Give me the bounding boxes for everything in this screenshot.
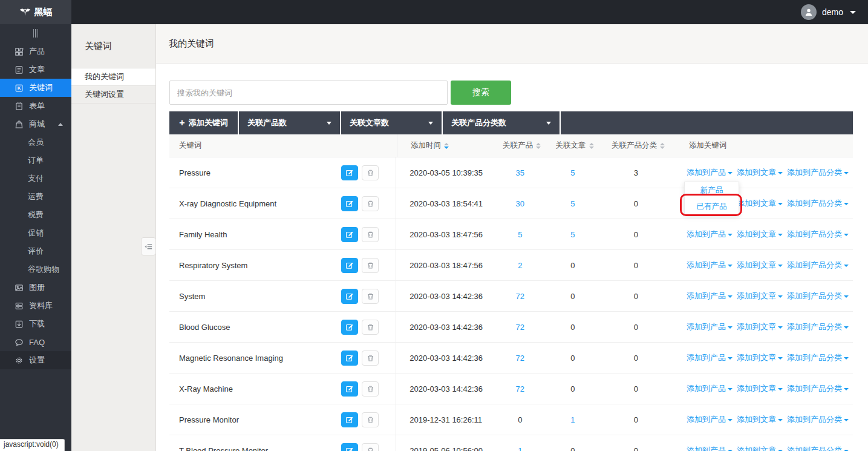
delete-button[interactable] bbox=[362, 412, 379, 427]
column-header-products[interactable]: 关联产品 bbox=[496, 140, 547, 151]
action-link[interactable]: 添加到产品分类 bbox=[787, 415, 849, 424]
edit-button[interactable] bbox=[341, 196, 358, 211]
action-link[interactable]: 添加到产品分类 bbox=[787, 322, 849, 331]
delete-button[interactable] bbox=[362, 165, 379, 180]
edit-button[interactable] bbox=[341, 258, 358, 273]
action-link[interactable]: 添加到产品 bbox=[687, 322, 733, 331]
column-header-time[interactable]: 添加时间 bbox=[397, 140, 496, 151]
cell-c-n1[interactable]: 72 bbox=[495, 323, 546, 332]
sidebar-subitem[interactable]: 评价 bbox=[0, 242, 71, 260]
delete-button[interactable] bbox=[362, 381, 379, 397]
edit-button[interactable] bbox=[341, 443, 358, 451]
filter-article-count[interactable]: 关联文章数 bbox=[341, 111, 442, 134]
delete-button[interactable] bbox=[362, 227, 379, 242]
action-link[interactable]: 添加到产品 bbox=[687, 260, 733, 269]
cell-c-n1[interactable]: 30 bbox=[495, 199, 546, 208]
sidebar-item-keyword[interactable]: K关键词 bbox=[0, 79, 71, 97]
edit-button[interactable] bbox=[341, 320, 358, 335]
subnav-item[interactable]: 我的关键词 bbox=[71, 68, 155, 86]
action-link[interactable]: 添加到产品 bbox=[687, 291, 733, 300]
search-button[interactable]: 搜索 bbox=[451, 81, 511, 105]
sidebar-item-faq[interactable]: FAQ bbox=[0, 333, 71, 351]
sidebar-item-gallery[interactable]: 图册 bbox=[0, 278, 71, 297]
action-link[interactable]: 添加到文章 bbox=[737, 384, 783, 393]
sidebar-item-grid[interactable]: 产品 bbox=[0, 42, 71, 61]
delete-button[interactable] bbox=[362, 258, 379, 273]
column-header-categories[interactable]: 关联产品分类 bbox=[602, 140, 674, 151]
action-link[interactable]: 添加到文章 bbox=[737, 199, 783, 208]
edit-button[interactable] bbox=[341, 412, 358, 427]
cell-c-n1[interactable]: 72 bbox=[495, 384, 546, 393]
cell-c-n2[interactable]: 5 bbox=[546, 199, 600, 208]
dropdown-item-new-product[interactable]: 新产品 bbox=[685, 182, 739, 199]
sidebar-subitem[interactable]: 促销 bbox=[0, 224, 71, 242]
action-link[interactable]: 添加到产品分类 bbox=[787, 229, 849, 239]
mall-icon bbox=[14, 119, 24, 129]
edit-button[interactable] bbox=[341, 227, 358, 242]
sidebar-subitem[interactable]: 运费 bbox=[0, 188, 71, 206]
sidebar-subitem[interactable]: 会员 bbox=[0, 133, 71, 151]
cell-c-n1[interactable]: 72 bbox=[495, 354, 546, 363]
dropdown-item-existing-product[interactable]: 已有产品 bbox=[685, 199, 739, 215]
delete-button[interactable] bbox=[362, 289, 379, 304]
action-link[interactable]: 添加到产品 bbox=[687, 415, 733, 424]
sidebar-subitem[interactable]: 支付 bbox=[0, 170, 71, 188]
action-link[interactable]: 添加到产品分类 bbox=[787, 168, 849, 177]
sidebar-item-mall[interactable]: 商城 bbox=[0, 115, 71, 133]
action-link[interactable]: 添加到产品分类 bbox=[787, 199, 849, 208]
delete-button[interactable] bbox=[362, 320, 379, 335]
action-link[interactable]: 添加到产品分类 bbox=[787, 260, 849, 269]
edit-button[interactable] bbox=[341, 289, 358, 304]
cell-c-n1[interactable]: 1 bbox=[495, 446, 546, 451]
action-link[interactable]: 添加到产品分类 bbox=[787, 384, 849, 393]
column-header-articles[interactable]: 关联文章 bbox=[547, 140, 602, 151]
edit-button[interactable] bbox=[341, 351, 358, 366]
action-link[interactable]: 添加到产品分类 bbox=[787, 353, 849, 362]
delete-button[interactable] bbox=[362, 351, 379, 366]
sidebar-subitem[interactable]: 订单 bbox=[0, 151, 71, 170]
delete-button[interactable] bbox=[362, 443, 379, 451]
cell-c-n2[interactable]: 5 bbox=[546, 230, 600, 239]
cell-c-n1[interactable]: 2 bbox=[495, 261, 546, 270]
action-link[interactable]: 添加到文章 bbox=[737, 322, 783, 331]
cell-c-n1[interactable]: 5 bbox=[495, 230, 546, 239]
panel-collapse-button[interactable] bbox=[141, 237, 156, 255]
cell-c-n1[interactable]: 72 bbox=[495, 292, 546, 301]
action-link[interactable]: 添加到产品 bbox=[687, 229, 733, 239]
action-link[interactable]: 添加到产品 bbox=[687, 168, 733, 177]
cell-c-n1[interactable]: 35 bbox=[495, 168, 546, 177]
sidebar-subitem[interactable]: 税费 bbox=[0, 206, 71, 224]
action-link[interactable]: 添加到文章 bbox=[737, 446, 783, 451]
filter-category-count[interactable]: 关联产品分类数 bbox=[443, 111, 560, 134]
edit-button[interactable] bbox=[341, 381, 358, 397]
cell-c-n2[interactable]: 1 bbox=[546, 415, 600, 424]
add-keyword-button[interactable]: + 添加关键词 bbox=[169, 111, 238, 134]
action-link[interactable]: 添加到产品分类 bbox=[787, 446, 849, 451]
sidebar-item-download[interactable]: 下载 bbox=[0, 315, 71, 333]
filter-product-count[interactable]: 关联产品数 bbox=[239, 111, 340, 134]
action-link[interactable]: 添加到产品 bbox=[687, 446, 733, 451]
chevron-down-icon bbox=[428, 122, 433, 125]
action-link[interactable]: 添加到文章 bbox=[737, 291, 783, 300]
user-menu[interactable]: demo bbox=[801, 4, 868, 20]
search-input[interactable] bbox=[169, 81, 448, 105]
sidebar-item-article[interactable]: 文章 bbox=[0, 61, 71, 79]
action-link[interactable]: 添加到文章 bbox=[737, 260, 783, 269]
action-link[interactable]: 添加到文章 bbox=[737, 353, 783, 362]
action-link[interactable]: 添加到文章 bbox=[737, 168, 783, 177]
edit-button[interactable] bbox=[341, 165, 358, 180]
cell-c-n2[interactable]: 5 bbox=[546, 168, 600, 177]
action-link[interactable]: 添加到产品 bbox=[687, 353, 733, 362]
chevron-down-icon bbox=[844, 326, 849, 329]
sidebar-item-form[interactable]: 表单 bbox=[0, 97, 71, 115]
action-link[interactable]: 添加到产品分类 bbox=[787, 291, 849, 300]
action-link[interactable]: 添加到文章 bbox=[737, 229, 783, 239]
delete-button[interactable] bbox=[362, 196, 379, 211]
action-link[interactable]: 添加到产品 bbox=[687, 384, 733, 393]
sidebar-item-library[interactable]: 资料库 bbox=[0, 297, 71, 315]
sidebar-subitem[interactable]: 谷歌购物 bbox=[0, 260, 71, 278]
action-link[interactable]: 添加到文章 bbox=[737, 415, 783, 424]
sidebar-item-settings[interactable]: 设置 bbox=[0, 351, 71, 369]
sidebar-collapse-toggle[interactable] bbox=[0, 24, 71, 42]
subnav-item[interactable]: 关键词设置 bbox=[71, 86, 155, 104]
